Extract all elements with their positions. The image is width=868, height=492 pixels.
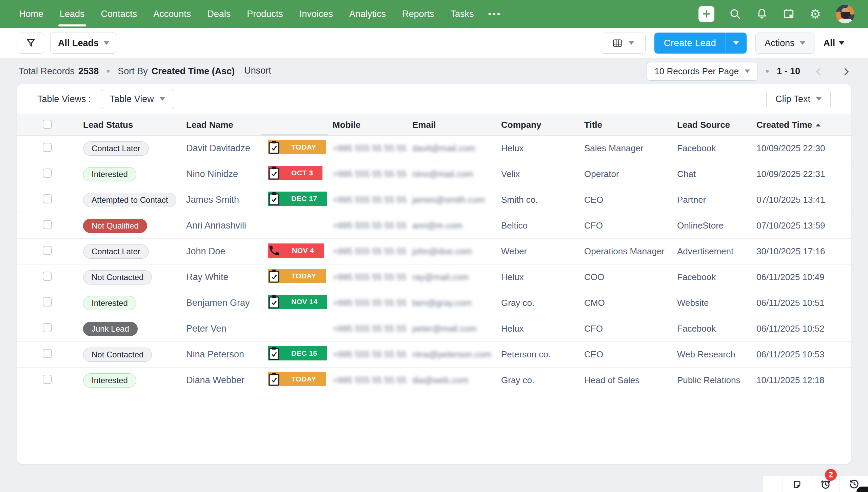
toolbar-right-group: Create Lead Actions All — [601, 33, 844, 54]
column-header-mobile[interactable]: Mobile — [333, 120, 412, 130]
column-header-lead-source[interactable]: Lead Source — [677, 120, 756, 130]
column-header-email[interactable]: Email — [412, 120, 501, 130]
lead-name-link[interactable]: Benjamen Gray — [186, 298, 250, 308]
nav-more-icon[interactable]: ••• — [482, 9, 508, 19]
task-indicator[interactable]: TODAY — [268, 269, 326, 283]
nav-item-leads[interactable]: Leads — [52, 0, 93, 28]
table-row[interactable]: Not Contacted Nina Peterson DEC 15 +995 … — [17, 342, 851, 368]
lead-source-value: Facebook — [677, 272, 716, 282]
nav-item-analytics[interactable]: Analytics — [341, 0, 394, 28]
company-value: Gray co. — [501, 298, 534, 308]
row-checkbox[interactable] — [43, 143, 52, 152]
row-checkbox[interactable] — [43, 169, 52, 178]
create-lead-button[interactable]: Create Lead — [654, 33, 726, 54]
lead-name-link[interactable]: Anri Anriashvili — [186, 220, 246, 231]
row-checkbox[interactable] — [43, 220, 52, 229]
table-row[interactable]: Interested Benjamen Gray NOV 14 +995 555… — [17, 290, 851, 316]
notifications-bell-icon[interactable] — [755, 8, 768, 20]
column-header-title[interactable]: Title — [584, 120, 677, 130]
task-checklist-icon — [268, 140, 280, 154]
table-view-dropdown[interactable]: Table View — [101, 89, 174, 109]
nav-item-accounts[interactable]: Accounts — [145, 0, 199, 28]
table-row[interactable]: Interested Diana Webber TODAY +995 555 5… — [17, 368, 851, 393]
lead-name-link[interactable]: Diana Webber — [186, 375, 244, 385]
task-indicator[interactable]: TODAY — [268, 372, 326, 386]
created-time-value: 06/11/2025 10:52 — [756, 323, 824, 334]
user-avatar[interactable] — [836, 5, 854, 23]
lead-name-link[interactable]: John Doe — [186, 246, 225, 256]
row-checkbox[interactable] — [43, 297, 52, 307]
title-value: Operations Manager — [584, 246, 665, 256]
view-mode-dropdown[interactable] — [601, 33, 646, 54]
lead-name-link[interactable]: Davit Davitadze — [186, 143, 250, 153]
search-icon[interactable] — [729, 8, 741, 20]
table-row[interactable]: Not Qualified Anri Anriashvili +995 555 … — [17, 213, 851, 239]
task-indicator[interactable]: NOV 4 — [268, 243, 324, 258]
lead-name-link[interactable]: Ray White — [186, 272, 229, 282]
lead-status-badge: Contact Later — [83, 244, 149, 259]
nav-item-products[interactable]: Products — [239, 0, 291, 28]
email-value-blurred: ben@gray.com — [412, 298, 472, 308]
table-row[interactable]: Not Contacted Ray White TODAY +995 555 5… — [17, 264, 851, 290]
chevron-down-icon — [733, 41, 739, 45]
table-row[interactable]: Interested Nino Ninidze OCT 3 +995 555 5… — [17, 161, 851, 187]
chevron-down-icon — [104, 41, 109, 45]
email-value-blurred: anri@m.com — [412, 220, 462, 231]
column-header-lead-status[interactable]: Lead Status — [83, 120, 186, 130]
column-header-created-time[interactable]: Created Time — [756, 120, 851, 130]
row-checkbox[interactable] — [43, 349, 52, 358]
lead-name-link[interactable]: Peter Ven — [186, 323, 226, 334]
calendar-icon[interactable] — [782, 8, 795, 20]
view-filter-dropdown[interactable]: All Leads — [50, 33, 117, 54]
select-all-checkbox[interactable] — [43, 120, 52, 129]
next-page-button[interactable] — [839, 63, 851, 80]
lead-source-value: Advertisement — [677, 246, 733, 256]
bottom-utility-bar: 2 — [762, 476, 868, 492]
settings-gear-icon[interactable]: ⚙ — [809, 8, 822, 20]
lead-name-link[interactable]: James Smith — [186, 195, 239, 205]
company-value: Velix — [501, 169, 520, 179]
row-checkbox[interactable] — [43, 246, 52, 255]
nav-item-reports[interactable]: Reports — [394, 0, 442, 28]
nav-item-tasks[interactable]: Tasks — [442, 0, 482, 28]
row-checkbox[interactable] — [43, 272, 52, 281]
create-lead-dropdown[interactable] — [726, 33, 747, 54]
nav-item-contacts[interactable]: Contacts — [93, 0, 145, 28]
actions-dropdown[interactable]: Actions — [755, 33, 815, 54]
scope-dropdown[interactable]: All — [823, 38, 844, 48]
reminders-button[interactable]: 2 — [811, 476, 840, 492]
nav-item-home[interactable]: Home — [11, 0, 52, 28]
email-value-blurred: john@doe.com — [412, 246, 472, 256]
task-indicator[interactable]: DEC 15 — [268, 346, 327, 360]
previous-page-button[interactable] — [814, 63, 826, 80]
horizontal-scrollbar-thumb[interactable] — [260, 134, 328, 136]
task-indicator[interactable]: DEC 17 — [268, 192, 327, 206]
quick-create-button[interactable] — [698, 6, 714, 22]
table-row[interactable]: Junk Lead Peter Ven +995 555 55 55 55 pe… — [17, 316, 851, 342]
nav-item-invoices[interactable]: Invoices — [291, 0, 341, 28]
company-value: Helux — [501, 323, 524, 334]
notes-button[interactable] — [783, 476, 811, 492]
lead-name-link[interactable]: Nina Peterson — [186, 349, 244, 359]
row-checkbox[interactable] — [43, 194, 52, 203]
task-indicator[interactable]: TODAY — [268, 140, 326, 154]
column-header-company[interactable]: Company — [501, 120, 584, 130]
table-row[interactable]: Contact Later John Doe NOV 4 +995 555 55… — [17, 239, 851, 264]
row-checkbox[interactable] — [43, 323, 52, 332]
chevron-down-icon — [160, 97, 165, 101]
column-header-lead-name[interactable]: Lead Name — [186, 120, 268, 130]
task-indicator[interactable]: NOV 14 — [268, 295, 327, 309]
records-per-page-dropdown[interactable]: 10 Records Per Page — [647, 62, 758, 81]
table-row[interactable]: Attempted to Contact James Smith DEC 17 … — [17, 187, 851, 213]
records-info-bar: Total Records 2538 Sort By Created Time … — [0, 58, 868, 84]
nav-item-deals[interactable]: Deals — [199, 0, 239, 28]
company-value: Gray co. — [501, 375, 534, 385]
chevron-down-icon — [745, 70, 750, 73]
table-row[interactable]: Contact Later Davit Davitadze TODAY +995… — [17, 136, 851, 161]
clip-text-dropdown[interactable]: Clip Text — [766, 89, 831, 109]
filter-button[interactable] — [18, 33, 44, 54]
row-checkbox[interactable] — [43, 375, 52, 384]
task-indicator[interactable]: OCT 3 — [268, 166, 322, 180]
unsort-link[interactable]: Unsort — [244, 65, 271, 77]
lead-name-link[interactable]: Nino Ninidze — [186, 169, 238, 179]
